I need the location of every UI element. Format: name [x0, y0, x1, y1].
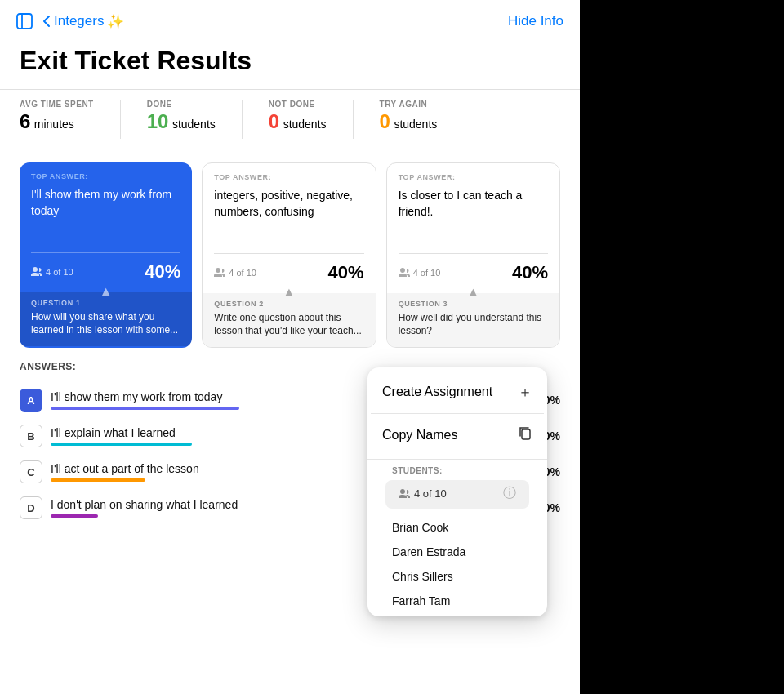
breadcrumb-back[interactable]: Integers ✨ — [42, 13, 124, 30]
copy-icon — [518, 425, 532, 444]
q2-pct: 40% — [328, 262, 364, 283]
page-title: Exit Ticket Results — [0, 39, 580, 89]
q2-top-answer: integers, positive, negative, numbers, c… — [214, 188, 363, 220]
not-done-unit: students — [283, 118, 327, 131]
create-assignment-item[interactable]: Create Assignment ＋ — [368, 371, 547, 413]
create-assignment-label: Create Assignment — [382, 385, 492, 399]
info-circle-icon[interactable]: ⓘ — [503, 485, 516, 502]
question-card-2[interactable]: TOP ANSWER: integers, positive, negative… — [202, 162, 376, 348]
stat-done: DONE 10 students — [147, 100, 216, 133]
answer-letter-b: B — [20, 425, 42, 447]
q1-top-label: TOP ANSWER: — [31, 172, 180, 180]
svg-rect-2 — [522, 429, 530, 439]
copy-names-item[interactable]: Copy Names — [368, 414, 547, 456]
q1-footer-text: How will you share what you learned in t… — [31, 310, 180, 336]
top-bar: Integers ✨ Hide Info — [0, 0, 580, 39]
q3-caret: ▲ — [466, 285, 479, 300]
stat-try-again: TRY AGAIN 0 students — [380, 100, 438, 133]
breadcrumb-label: Integers — [54, 13, 104, 29]
q1-caret: ▲ — [100, 284, 113, 299]
answer-letter-d: D — [20, 496, 42, 519]
not-done-label: NOT DONE — [269, 100, 327, 109]
stat-divider-2 — [242, 100, 243, 139]
student-name-1: Brian Cook — [379, 515, 536, 540]
question-card-1[interactable]: TOP ANSWER: I'll show them my work from … — [20, 162, 192, 348]
q3-footer-text: How well did you understand this lesson? — [399, 311, 548, 337]
popup-container: Create Assignment ＋ Copy Names STUDENTS:… — [368, 367, 547, 616]
done-unit: students — [172, 118, 216, 131]
stats-bar: AVG TIME SPENT 6 minutes DONE 10 student… — [0, 89, 580, 149]
not-done-value: 0 — [269, 110, 279, 132]
sparkle-icon: ✨ — [107, 13, 124, 30]
student-name-4: Farrah Tam — [379, 589, 536, 613]
question-card-3[interactable]: TOP ANSWER: Is closer to I can teach a f… — [386, 162, 560, 348]
q3-footer-label: QUESTION 3 — [399, 300, 548, 308]
avg-time-unit: minutes — [34, 118, 74, 131]
answer-letter-a: A — [20, 389, 42, 412]
stat-not-done: NOT DONE 0 students — [269, 100, 327, 133]
try-again-value: 0 — [380, 110, 390, 132]
answer-bar-a — [51, 407, 239, 410]
stat-avg-time: AVG TIME SPENT 6 minutes — [20, 100, 94, 133]
students-label: STUDENTS: — [379, 466, 536, 480]
q3-pct: 40% — [512, 262, 548, 283]
try-again-unit: students — [394, 118, 437, 131]
student-name-2: Daren Estrada — [379, 540, 536, 564]
stat-divider-1 — [120, 100, 121, 139]
students-count-text: 4 of 10 — [399, 487, 447, 500]
q2-top-label: TOP ANSWER: — [214, 173, 363, 181]
avg-time-value: 6 — [20, 110, 30, 132]
done-label: DONE — [147, 100, 216, 109]
q3-top-label: TOP ANSWER: — [399, 173, 548, 181]
q3-top-answer: Is closer to I can teach a friend!. — [399, 188, 548, 220]
answer-bar-d — [51, 514, 98, 518]
q1-top-answer: I'll show them my work from today — [31, 187, 180, 219]
sidebar-toggle-icon[interactable] — [13, 10, 36, 33]
popup-menu: Create Assignment ＋ Copy Names STUDENTS:… — [368, 367, 547, 616]
students-count: 4 of 10 — [414, 487, 447, 500]
try-again-label: TRY AGAIN — [380, 100, 438, 109]
copy-names-label: Copy Names — [382, 428, 457, 443]
q1-pct: 40% — [145, 261, 180, 282]
answer-letter-c: C — [20, 460, 42, 483]
q2-footer-label: QUESTION 2 — [214, 300, 363, 308]
q2-count: 4 of 10 — [214, 268, 256, 278]
svg-rect-0 — [17, 14, 32, 29]
plus-icon: ＋ — [518, 382, 532, 402]
connector-line — [549, 425, 581, 425]
student-name-3: Chris Sillers — [379, 564, 536, 589]
q2-caret: ▲ — [283, 285, 296, 300]
q1-footer-label: QUESTION 1 — [31, 299, 180, 307]
q1-count: 4 of 10 — [31, 267, 74, 277]
q3-count: 4 of 10 — [399, 268, 441, 278]
stat-divider-3 — [353, 100, 354, 139]
answer-bar-c — [51, 478, 145, 482]
hide-info-button[interactable]: Hide Info — [508, 13, 564, 29]
avg-time-label: AVG TIME SPENT — [20, 100, 94, 109]
students-subsection: STUDENTS: 4 of 10 ⓘ Brian Cook Daren Est… — [368, 459, 547, 613]
answer-bar-b — [51, 443, 192, 446]
students-count-row: 4 of 10 ⓘ — [385, 480, 529, 509]
question-cards: TOP ANSWER: I'll show them my work from … — [0, 149, 580, 348]
done-value: 10 — [147, 110, 169, 132]
q2-footer-text: Write one question about this lesson tha… — [214, 311, 363, 337]
top-bar-left: Integers ✨ — [13, 10, 124, 33]
